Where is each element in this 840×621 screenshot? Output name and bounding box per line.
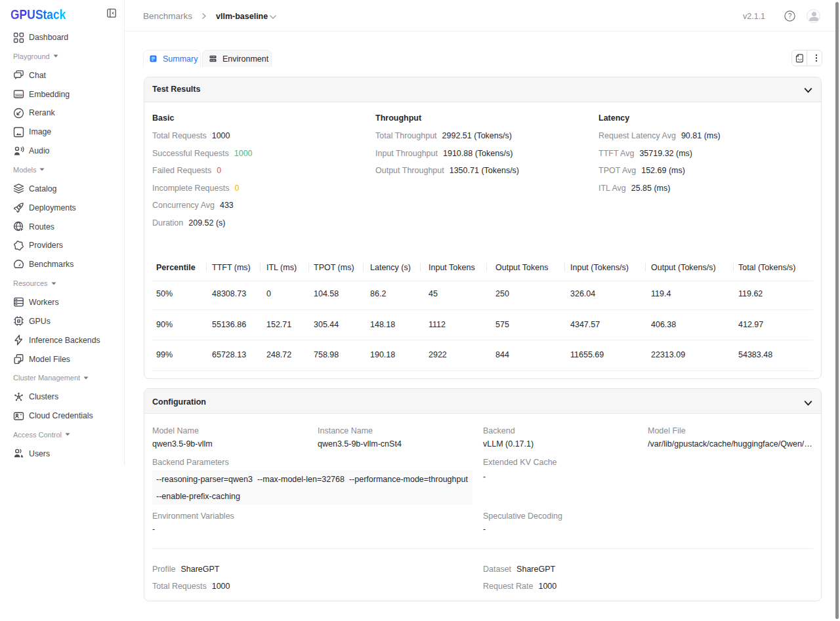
svg-text:?: ?: [788, 12, 792, 20]
